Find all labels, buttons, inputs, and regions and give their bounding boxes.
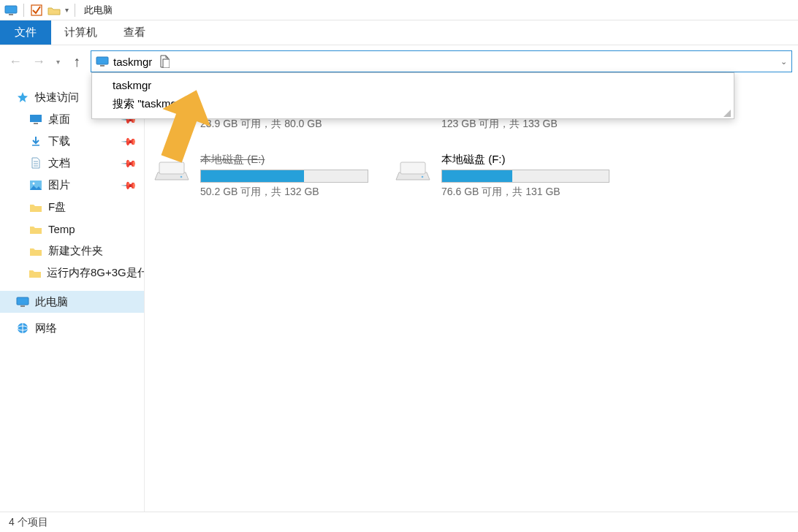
titlebar: ▾ 此电脑 [0, 0, 798, 20]
window-title: 此电脑 [84, 4, 113, 17]
hard-disk-icon [393, 153, 433, 185]
address-autocomplete-dropdown: taskmgr 搜索 "taskmgr" [91, 72, 734, 119]
drive-item[interactable]: 本地磁盘 (F:)76.6 GB 可用，共 131 GB [393, 153, 612, 199]
folder-icon [29, 244, 42, 257]
sidebar-label-this-pc: 此电脑 [35, 295, 68, 309]
drive-capacity-fill [442, 170, 512, 182]
sidebar-label-fdrive: F盘 [48, 200, 66, 214]
address-doc-icon [159, 55, 171, 68]
sidebar-temp[interactable]: Temp [0, 218, 144, 240]
folder-icon [29, 222, 42, 235]
drive-capacity-bar [441, 170, 609, 183]
checkbox-icon[interactable] [30, 4, 43, 17]
sidebar-label-quick-access: 快速访问 [35, 91, 79, 104]
sidebar-label-ram: 运行内存8G+3G是什 [47, 266, 145, 280]
document-icon [29, 156, 42, 170]
svg-point-26 [422, 176, 424, 178]
svg-point-24 [180, 176, 183, 178]
status-bar: 4 个项目 [0, 512, 798, 532]
address-text[interactable]: taskmgr [113, 56, 152, 68]
svg-rect-15 [20, 305, 25, 307]
pin-icon: 📌 [121, 176, 137, 193]
ribbon-tab-view[interactable]: 查看 [110, 20, 159, 45]
drive-capacity-text: 23.9 GB 可用，共 80.0 GB [200, 118, 371, 131]
svg-rect-0 [5, 6, 17, 13]
sidebar-label-temp: Temp [48, 223, 75, 235]
ribbon-file-tab[interactable]: 文件 [0, 20, 51, 45]
quick-access-toolbar-dropdown-icon[interactable]: ▾ [65, 6, 69, 14]
drive-name: 本地磁盘 (F:) [441, 153, 612, 167]
star-icon [16, 91, 29, 104]
sidebar-downloads[interactable]: 下载 📌 [0, 130, 144, 152]
nav-up-button[interactable]: ↑ [67, 52, 86, 71]
nav-forward-button[interactable]: → [29, 52, 48, 71]
folder-icon [29, 266, 41, 279]
sidebar-network[interactable]: 网络 [0, 317, 144, 339]
drive-capacity-fill [201, 170, 304, 182]
pin-icon: 📌 [121, 132, 137, 149]
desktop-icon [29, 113, 42, 126]
titlebar-separator [23, 4, 24, 17]
sidebar-label-network: 网络 [35, 322, 57, 335]
address-pc-icon [96, 56, 109, 66]
sidebar-label-pictures: 图片 [48, 178, 70, 192]
autocomplete-item-taskmgr[interactable]: taskmgr [92, 76, 734, 94]
sidebar-spacer [0, 284, 144, 291]
sidebar-newfolder[interactable]: 新建文件夹 [0, 240, 144, 262]
svg-rect-14 [17, 297, 28, 305]
pin-icon: 📌 [121, 154, 137, 171]
sidebar-documents[interactable]: 文档 📌 [0, 152, 144, 174]
drive-capacity-text: 123 GB 可用，共 133 GB [441, 118, 612, 131]
drive-capacity-text: 76.6 GB 可用，共 131 GB [441, 186, 612, 199]
sidebar-fdrive[interactable]: F盘 [0, 196, 144, 218]
folder-icon [29, 200, 42, 213]
svg-rect-6 [30, 115, 42, 122]
drive-capacity-bar [200, 170, 368, 183]
network-icon [16, 322, 29, 335]
folder-up-icon[interactable] [48, 4, 61, 17]
nav-row: ← → ▾ ↑ taskmgr ⌄ taskmgr 搜索 "taskmgr" [0, 45, 798, 77]
svg-rect-4 [100, 65, 104, 66]
svg-rect-5 [163, 59, 170, 68]
picture-icon [29, 178, 42, 191]
svg-rect-23 [159, 162, 184, 174]
nav-history-dropdown-icon[interactable]: ▾ [53, 58, 63, 66]
sidebar-label-documents: 文档 [48, 156, 70, 170]
content-area: 本地磁盘 (C:)23.9 GB 可用，共 80.0 GB本地磁盘 (D:)12… [145, 77, 798, 512]
body: 快速访问 桌面 📌 下载 📌 文档 📌 图片 [0, 77, 798, 512]
sidebar-label-newfolder: 新建文件夹 [48, 244, 103, 258]
address-dropdown-icon[interactable]: ⌄ [780, 57, 787, 66]
titlebar-separator-2 [75, 4, 75, 17]
ribbon-tab-computer[interactable]: 计算机 [51, 20, 110, 45]
address-bar[interactable]: taskmgr ⌄ taskmgr 搜索 "taskmgr" [91, 50, 792, 72]
svg-rect-8 [32, 145, 39, 146]
drive-item[interactable]: 本地磁盘 (E:)50.2 GB 可用，共 132 GB [152, 153, 371, 199]
sidebar: 快速访问 桌面 📌 下载 📌 文档 📌 图片 [0, 77, 145, 512]
dropdown-resize-grip-icon[interactable] [722, 108, 731, 117]
drive-name: 本地磁盘 (E:) [200, 153, 371, 167]
sidebar-this-pc[interactable]: 此电脑 [0, 291, 144, 313]
download-icon [29, 134, 42, 148]
this-pc-icon [4, 4, 18, 17]
svg-point-13 [33, 182, 35, 184]
sidebar-pictures[interactable]: 图片 📌 [0, 174, 144, 196]
drive-capacity-text: 50.2 GB 可用，共 132 GB [200, 186, 371, 199]
status-item-count: 4 个项目 [9, 516, 48, 529]
sidebar-ram[interactable]: 运行内存8G+3G是什 [0, 262, 144, 284]
svg-rect-1 [9, 14, 13, 15]
hard-disk-icon [152, 153, 191, 185]
svg-rect-7 [34, 123, 38, 124]
autocomplete-item-search[interactable]: 搜索 "taskmgr" [92, 94, 734, 114]
svg-rect-3 [96, 57, 108, 64]
this-pc-icon [16, 295, 29, 308]
sidebar-label-downloads: 下载 [48, 134, 70, 148]
nav-back-button[interactable]: ← [6, 52, 25, 71]
svg-rect-25 [400, 162, 425, 174]
sidebar-label-desktop: 桌面 [48, 113, 70, 126]
ribbon: 文件 计算机 查看 [0, 20, 798, 45]
